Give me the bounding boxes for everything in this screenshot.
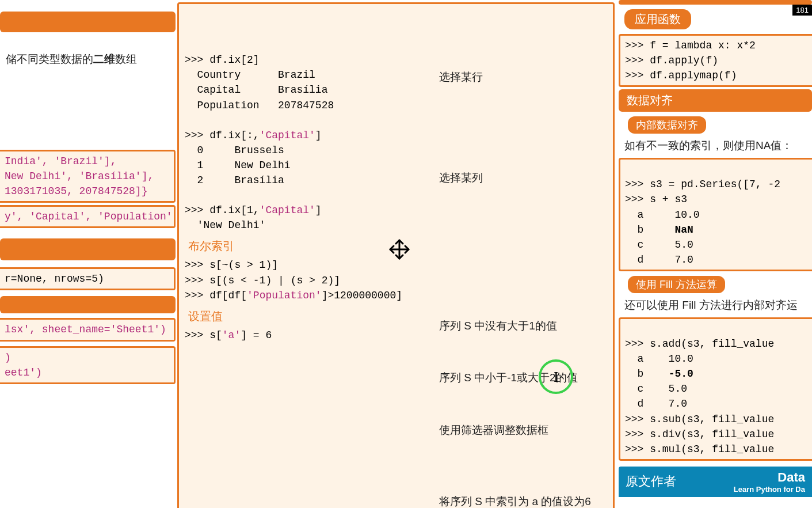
- footer-right-bot: Learn Python for Da: [734, 485, 805, 494]
- fill-l4: c 5.0: [625, 383, 687, 395]
- indexing-box: >>> df.ix[2] Country Brazil Capital Bras…: [177, 2, 615, 508]
- align-heading: 数据对齐: [619, 89, 812, 112]
- left-code-5: ) eet1'): [0, 346, 176, 384]
- footer-left: 原文作者: [626, 473, 676, 490]
- ix-cell-code-a: >>> df.ix[1,: [185, 204, 260, 216]
- annot-setval: 将序列 S 中索引为 a 的值设为6: [439, 494, 607, 508]
- align-l1: >>> s3 = pd.Series([7, -2: [625, 179, 780, 190]
- left-code-1: India', 'Brazil'], New Delhi', 'Brasília…: [0, 150, 176, 203]
- align-l2: >>> s + s3: [625, 194, 687, 205]
- left-code-4: lsx', sheet_name='Sheet1'): [0, 318, 176, 341]
- ix-col-code-a: >>> df.ix[:,: [185, 130, 260, 141]
- fill-code: >>> s.add(s3, fill_value a 10.0 b -5.0 c…: [619, 317, 812, 461]
- annot-select-col: 选择某列: [439, 170, 607, 186]
- fill-l1: >>> s.add(s3, fill_value: [625, 338, 774, 350]
- left-column: 储不同类型数据的二维数组 India', 'Brazil'], New Delh…: [0, 0, 176, 386]
- fill-l2: a 10.0: [625, 353, 693, 365]
- align-note: 如有不一致的索引，则使用NA值：: [619, 136, 812, 156]
- left-bar-2: [0, 296, 176, 313]
- align-l4-a: b: [625, 224, 674, 236]
- ix-row-code: >>> df.ix[2] Country Brazil Capital Bras…: [185, 54, 334, 111]
- fill-heading: 使用 Fill 方法运算: [628, 276, 725, 293]
- left-code-3: r=None, nrows=5): [0, 267, 176, 290]
- annot-bool2: 序列 S 中小于-1或大于2的值: [439, 370, 607, 386]
- align-code: >>> s3 = pd.Series([7, -2 >>> s + s3 a 1…: [619, 158, 812, 271]
- right-column: 应用函数 >>> f = lambda x: x*2 >>> df.apply(…: [619, 0, 812, 497]
- annot-bool3: 使用筛选器调整数据框: [439, 422, 607, 438]
- fill-l5: d 7.0: [625, 398, 687, 410]
- align-l6: d 7.0: [625, 254, 693, 266]
- fill-l3-a: b: [625, 368, 669, 380]
- fill-l7: >>> s.div(s3, fill_value: [625, 429, 774, 440]
- fill-l6: >>> s.sub(s3, fill_value: [625, 414, 774, 425]
- footer-bar: 原文作者 Data Learn Python for Da: [619, 467, 812, 497]
- left-section-header-empty: [0, 12, 176, 32]
- bool-line3-a: >>> df[df[: [185, 290, 247, 301]
- bool-line2: >>> s[(s < -1) | (s > 2)]: [185, 275, 340, 286]
- annot-bool1: 序列 S 中没有大于1的值: [439, 318, 607, 334]
- align-l3: a 10.0: [625, 209, 700, 221]
- setval-heading: 设置值: [185, 306, 226, 328]
- orange-divider: [0, 238, 176, 260]
- middle-column: >>> df.ix[2] Country Brazil Capital Bras…: [177, 0, 615, 508]
- left-code-2: y', 'Capital', 'Population']): [0, 205, 176, 228]
- bool-index-heading: 布尔索引: [185, 236, 238, 257]
- fill-l8: >>> s.mul(s3, fill_value: [625, 443, 774, 455]
- annot-select-row: 选择某行: [439, 69, 607, 85]
- footer-right-top: Data: [734, 470, 805, 485]
- align-sub-heading: 内部数据对齐: [628, 116, 706, 134]
- left-desc: 储不同类型数据的二维数组: [0, 50, 176, 69]
- right-top-sliver: [619, 0, 812, 5]
- apply-code: >>> f = lambda x: x*2 >>> df.apply(f) >>…: [619, 34, 812, 87]
- bool-line1: >>> s[~(s > 1)]: [185, 259, 278, 271]
- apply-heading: 应用函数: [624, 9, 691, 29]
- align-l5: c 5.0: [625, 239, 693, 251]
- fill-note: 还可以使用 Fill 方法进行内部对齐运: [619, 295, 812, 315]
- setval-line-a: >>> s[: [185, 329, 222, 341]
